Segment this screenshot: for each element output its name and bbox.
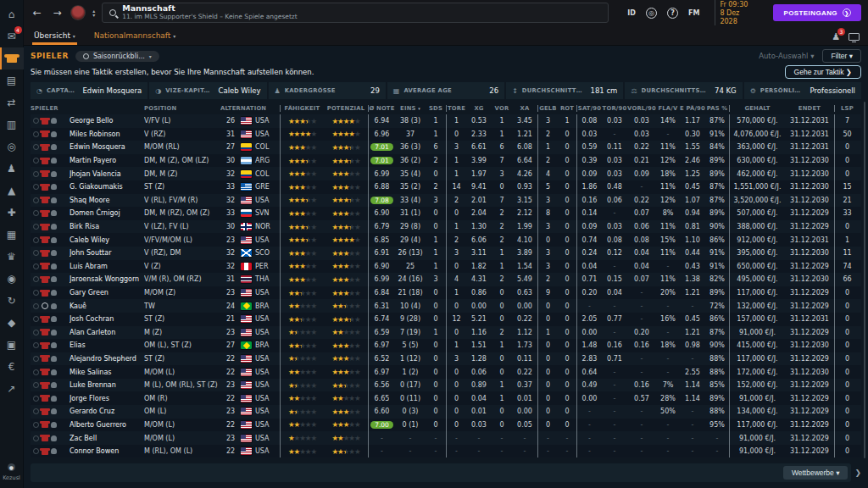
stat-durchschnittsgr-[interactable]: ↕DURCHSCHNITTSGR....181 cm — [506, 82, 623, 99]
column-header-rot[interactable]: ROT — [558, 105, 576, 112]
table-row[interactable]: Alejandro ShepherdST (Z)22USA★★★★★★★★★★6… — [31, 352, 861, 366]
reports-icon[interactable]: ▥ — [0, 114, 24, 136]
stat-kadergr-sse[interactable]: ♟KADERGRÖSSE29 — [269, 82, 386, 99]
row-select-circle[interactable] — [33, 396, 39, 402]
row-select-circle[interactable] — [33, 158, 39, 164]
processing-icon[interactable]: ↻ — [0, 290, 24, 312]
stat-vize-kapit-n[interactable]: ◑VIZE-KAPITÄNCaleb Wiley — [149, 82, 266, 99]
row-select-circle[interactable] — [33, 316, 39, 322]
row-select-circle[interactable] — [33, 263, 39, 269]
column-header-xg[interactable]: XG — [466, 105, 492, 112]
column-header-position[interactable]: POSITION — [144, 105, 220, 112]
table-row[interactable]: Zac BellM/OM (L)23USA★★★★★★★★★★---------… — [31, 431, 861, 445]
competitions-trophy-icon[interactable]: ♛ — [0, 246, 24, 268]
salary-icon[interactable]: € — [0, 356, 24, 378]
table-row[interactable]: Martin PayeroDM, M (Z), OM (LZ)30ARG★★★★… — [31, 154, 861, 168]
row-select-circle[interactable] — [33, 118, 39, 124]
table-row[interactable]: Alberto GuerreroM/OM (L)22USA★★★★★★★★★★7… — [31, 419, 861, 432]
table-scrollbar[interactable] — [864, 102, 865, 458]
table-row[interactable]: Jhojan ValenciaDM, M (Z)32COL★★★★★★★★★★6… — [31, 167, 861, 180]
table-row[interactable]: Mike SalinasM/OM (L)22USA★★★★★★★★★★6.971… — [31, 365, 861, 379]
club-shield-icon[interactable]: ◆ — [0, 312, 24, 334]
table-row[interactable]: Edwin MosqueraM/OM (RL)27COL★★★★★★★★★★7.… — [31, 141, 861, 154]
table-row[interactable]: EliasOM (L), ST (Z)27BRA★★★★★★★★★★6.975 … — [31, 339, 861, 352]
bottom-expand-icon[interactable]: ❯ — [854, 469, 861, 477]
row-select-circle[interactable] — [33, 237, 39, 243]
table-row[interactable]: Gerardo CruzOM (L)23USA★★★★★★★★★★6.600 (… — [31, 405, 861, 419]
table-row[interactable]: Luis AbramV (Z)32PER★★★★★★★★★★6.9025101.… — [31, 260, 861, 274]
table-row[interactable]: Domen ČrnigojDM, M (RZ), OM (Z)33SVN★★★★… — [31, 207, 861, 220]
row-select-circle[interactable] — [33, 330, 39, 336]
table-row[interactable]: KauêTW24BRA★★★★★★★★★★6.3110 (4)000.0000.… — [31, 299, 861, 313]
column-header-potenzial[interactable]: POTENZIAL — [324, 105, 368, 112]
table-row[interactable]: Caleb WileyV/FV/M/OM (L)23USA★★★★★★★★★★6… — [31, 233, 861, 247]
world-icon[interactable]: ◎ — [0, 136, 24, 158]
tactics-clipboard-icon[interactable]: ▤ — [0, 69, 24, 92]
column-header-vorl-90[interactable]: VORL/90 — [627, 105, 656, 112]
avatar-chevrons-icon[interactable]: ▴▾ — [92, 8, 95, 17]
go-to-tactic-button[interactable]: Gehe zur Taktik ❯ — [785, 65, 861, 79]
transfers-icon[interactable]: ⇄ — [0, 92, 24, 114]
table-row[interactable]: George BelloV/FV (L)26USA★★★★★★★★★★6.943… — [31, 114, 861, 128]
world-globe-icon[interactable]: ◎ — [646, 8, 657, 19]
tab-overview[interactable]: Übersicht ▾ — [32, 28, 77, 45]
row-select-circle[interactable] — [33, 356, 39, 362]
row-select-circle[interactable] — [33, 131, 39, 137]
table-row[interactable]: Miles RobinsonV (RZ)31USA★★★★★★★★★★6.963… — [31, 128, 861, 141]
row-select-circle[interactable] — [33, 448, 39, 454]
stat-pers-nlichk-[interactable]: ⚙PERSÖNLICHK...Professionell — [744, 82, 861, 99]
development-icon[interactable]: ↗ — [0, 378, 24, 400]
staff-icon[interactable]: ♟ — [0, 158, 24, 180]
row-select-circle[interactable] — [33, 276, 39, 282]
table-row[interactable]: Jaroensak WonggornV/M (R), OM (RZ)31THA★… — [31, 273, 861, 286]
table-row[interactable]: Birk RisaV (LZ), FV (L)30NOR★★★★★★★★★★6.… — [31, 220, 861, 234]
row-select-circle[interactable] — [33, 250, 39, 256]
table-row[interactable]: Alan CarletonM (Z)23USA★★★★★★★★★★6.597 (… — [31, 326, 861, 340]
table-row[interactable]: John SouttarV (RZ), DM32SCO★★★★★★★★★★6.9… — [31, 247, 861, 260]
table-row[interactable]: Luke BrennanM (L), OM (RL), ST (Z)23USA★… — [31, 379, 861, 392]
table-row[interactable]: Gary GreenM/OM (Z)23USA★★★★★★★★★★6.8421 … — [31, 286, 861, 300]
monitor-icon[interactable] — [849, 33, 860, 41]
row-select-circle[interactable] — [33, 224, 39, 230]
column-header-vor[interactable]: VOR — [492, 105, 512, 112]
filter-button[interactable]: Filter ▾ — [822, 49, 861, 63]
table-row[interactable]: Connor BowenM (RL), OM (L)22USA★★★★★★★★★… — [31, 445, 861, 458]
competitions-dropdown[interactable]: Wettbewerbe ▾ — [783, 466, 849, 480]
column-header-tor-90[interactable]: TOR/90 — [602, 105, 627, 112]
row-select-circle[interactable] — [33, 382, 39, 388]
stat-average-age[interactable]: ▦AVERAGE AGE26 — [387, 82, 504, 99]
scouting-icon[interactable]: ◉ — [0, 268, 24, 290]
column-header-tore[interactable]: TORE — [446, 105, 466, 112]
forward-arrow-icon[interactable]: → — [51, 7, 64, 19]
row-select-circle[interactable] — [33, 342, 39, 348]
row-select-circle[interactable] — [33, 435, 39, 441]
column-header-lsp[interactable]: LSP — [834, 105, 860, 112]
stat-durchschnittsgewicht[interactable]: ⚖DURCHSCHNITTSGEWICHT74 KG — [625, 82, 742, 99]
medical-icon[interactable]: ✚ — [0, 202, 24, 224]
sidebar-user[interactable]: ● Kezusl — [3, 463, 20, 481]
finances-icon[interactable]: ▣ — [0, 334, 24, 356]
table-row[interactable]: Josh CochranST (Z)21USA★★★★★★★★★★6.749 (… — [31, 313, 861, 326]
squad-shirt-icon[interactable] — [0, 47, 24, 69]
search-box[interactable]: Mannschaft 11. im MLS Supporter's Shield… — [102, 3, 609, 23]
column-header-eins[interactable]: EINS ▾ — [395, 105, 426, 112]
social-feed-icon[interactable]: ♟3 — [832, 31, 840, 42]
column-header-gelb[interactable]: GELB — [537, 105, 558, 112]
column-header-f-higkeit[interactable]: FÄHIGKEIT — [280, 105, 324, 112]
auto-select-dropdown[interactable]: Auto-Auswahl ▾ — [759, 52, 814, 60]
row-select-circle[interactable] — [33, 408, 39, 414]
column-header-pas-[interactable]: PAS % — [705, 105, 729, 112]
home-icon[interactable]: ⌂ — [0, 3, 24, 25]
column-header-e-p-90[interactable]: E PÄ/90 — [680, 105, 705, 112]
row-select-circle[interactable] — [33, 144, 39, 150]
column-header-spieler[interactable]: SPIELER — [31, 105, 70, 112]
help-icon[interactable]: ? — [667, 8, 678, 19]
row-select-circle[interactable] — [33, 290, 39, 296]
view-dropdown[interactable]: Saisonrückbli... ▾ — [75, 51, 159, 62]
column-header-alter[interactable]: ALTER — [220, 105, 241, 112]
calendar-icon[interactable]: ▦ — [0, 224, 24, 246]
row-select-circle[interactable] — [33, 184, 39, 190]
training-icon[interactable]: ▲ — [0, 180, 24, 202]
table-row[interactable]: Shaq MooreV (RL), FV/M (R)32USA★★★★★★★★★… — [31, 194, 861, 208]
table-row[interactable]: Jorge FloresOM (R)22USA★★★★★★★★★★6.650 (… — [31, 391, 861, 405]
